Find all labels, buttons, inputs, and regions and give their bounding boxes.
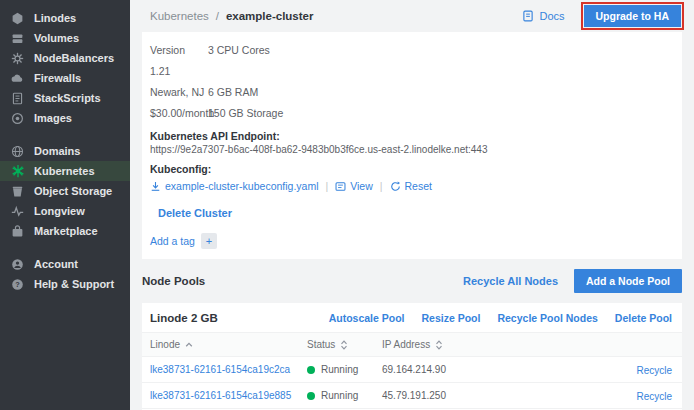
sidebar-item-label: Firewalls [34, 72, 81, 84]
status-running-icon [307, 366, 315, 374]
status-running-icon [307, 392, 315, 400]
kubeconfig-view-link[interactable]: View [335, 178, 373, 194]
reset-link-label: Reset [405, 178, 432, 194]
sidebar-item-account[interactable]: Account [0, 254, 130, 274]
delete-cluster-button[interactable]: Delete Cluster [158, 207, 232, 219]
status-badge: Running [321, 390, 358, 401]
sidebar-item-label: Volumes [34, 32, 79, 44]
sidebar-item-label: Help & Support [34, 278, 114, 290]
status-badge: Running [321, 364, 358, 375]
ip-column-sort[interactable]: IP Address [382, 339, 443, 350]
view-link-label: View [350, 178, 373, 194]
recycle-pool-nodes-link[interactable]: Recycle Pool Nodes [497, 312, 597, 324]
sidebar-item-label: Linodes [34, 12, 76, 24]
cluster-storage: 150 GB Storage [208, 103, 283, 124]
download-icon [150, 181, 161, 192]
add-node-pool-button[interactable]: Add a Node Pool [574, 269, 682, 293]
breadcrumb-current-page: example-cluster [226, 10, 314, 22]
svg-text:?: ? [15, 280, 20, 289]
node-link[interactable]: lke38731-62161-6154ca19e885 [150, 390, 291, 401]
sidebar-item-label: Account [34, 258, 78, 270]
pool-actions: Autoscale Pool Resize Pool Recycle Pool … [312, 312, 672, 324]
linode-column-label: Linode [150, 339, 180, 350]
node-link[interactable]: lke38731-62161-6154ca19c2ca [150, 364, 290, 375]
images-icon [10, 111, 25, 126]
table-row: lke38731-62161-6154ca19c2ca Running 69.1… [142, 357, 682, 383]
breadcrumb-separator: / [216, 10, 219, 22]
kubeconfig-reset-link[interactable]: Reset [390, 178, 432, 194]
kubeconfig-download-link[interactable]: example-cluster-kubeconfig.yaml [150, 178, 318, 194]
reset-icon [390, 181, 401, 192]
account-icon [10, 257, 25, 272]
longview-icon [10, 204, 25, 219]
stackscripts-icon [10, 91, 25, 106]
sidebar-item-label: Domains [34, 145, 80, 157]
sidebar-item-firewalls[interactable]: Firewalls [0, 68, 130, 88]
pool-card-header: Linode 2 GB Autoscale Pool Resize Pool R… [142, 303, 682, 332]
sidebar-item-linodes[interactable]: Linodes [0, 8, 130, 28]
node-ip: 45.79.191.250 [382, 390, 446, 401]
spec-row: Newark, NJ 6 GB RAM [150, 82, 674, 103]
node-ip: 69.164.214.90 [382, 364, 446, 375]
cluster-summary-card: Version 1.21 3 CPU Cores Newark, NJ 6 GB… [142, 32, 682, 259]
docs-link[interactable]: Docs [522, 10, 564, 22]
divider: | [380, 178, 383, 194]
object-storage-icon [10, 184, 25, 199]
cluster-price: $30.00/month [150, 103, 208, 124]
nodes-table-header: Linode Status [142, 332, 682, 357]
recycle-node-link[interactable]: Recycle [636, 365, 672, 376]
sort-ascending-icon [185, 342, 193, 348]
pool-name: Linode 2 GB [150, 312, 218, 324]
sidebar-item-nodebalancers[interactable]: NodeBalancers [0, 48, 130, 68]
sidebar-nav: Linodes Volumes NodeBalancers Firewalls [0, 0, 130, 410]
linode-cloud-manager-window: Linodes Volumes NodeBalancers Firewalls [0, 0, 694, 410]
add-tag-row: Add a tag + [150, 233, 674, 249]
sidebar-item-label: Kubernetes [34, 165, 95, 177]
breadcrumb: Kubernetes / example-cluster [150, 10, 313, 22]
sidebar-item-images[interactable]: Images [0, 108, 130, 128]
linodes-icon [10, 11, 25, 26]
sidebar-item-help-support[interactable]: ? Help & Support [0, 274, 130, 294]
table-row: lke38731-62161-6154ca19e885 Running 45.7… [142, 383, 682, 409]
docs-icon [522, 10, 534, 22]
delete-pool-link[interactable]: Delete Pool [615, 312, 672, 324]
kubeconfig-file-name: example-cluster-kubeconfig.yaml [165, 178, 318, 194]
node-pool-card: Linode 2 GB Autoscale Pool Resize Pool R… [142, 303, 682, 410]
cluster-cpu: 3 CPU Cores [208, 40, 270, 82]
node-pools-title: Node Pools [142, 275, 205, 287]
divider: | [325, 178, 328, 194]
kubernetes-icon [10, 164, 25, 179]
add-tag-link[interactable]: Add a tag [150, 235, 195, 247]
kubeconfig-label: Kubeconfig: [150, 162, 674, 176]
recycle-node-link[interactable]: Recycle [636, 391, 672, 402]
breadcrumb-section-link[interactable]: Kubernetes [150, 10, 209, 22]
annotation-highlight-box: Upgrade to HA [581, 2, 685, 30]
sidebar-section-divider [0, 241, 130, 254]
linode-column-sort[interactable]: Linode [150, 339, 193, 350]
volumes-icon [10, 31, 25, 46]
sidebar-item-domains[interactable]: Domains [0, 141, 130, 161]
status-column-sort[interactable]: Status [307, 339, 348, 350]
node-pools-header: Node Pools Recycle All Nodes Add a Node … [142, 259, 682, 303]
sidebar-item-label: NodeBalancers [34, 52, 114, 64]
help-icon: ? [10, 277, 25, 292]
sidebar-item-stackscripts[interactable]: StackScripts [0, 88, 130, 108]
sidebar-item-kubernetes[interactable]: Kubernetes [0, 161, 130, 181]
sidebar-item-marketplace[interactable]: Marketplace [0, 221, 130, 241]
add-tag-plus-button[interactable]: + [201, 233, 217, 249]
sidebar-item-longview[interactable]: Longview [0, 201, 130, 221]
api-endpoint-label: Kubernetes API Endpoint: [150, 129, 674, 143]
cluster-ram: 6 GB RAM [208, 82, 258, 103]
cluster-region: Newark, NJ [150, 82, 208, 103]
status-column-label: Status [307, 339, 335, 350]
upgrade-to-ha-button[interactable]: Upgrade to HA [584, 5, 682, 27]
resize-pool-link[interactable]: Resize Pool [422, 312, 481, 324]
spec-row: Version 1.21 3 CPU Cores [150, 40, 674, 82]
sidebar-item-volumes[interactable]: Volumes [0, 28, 130, 48]
marketplace-icon [10, 224, 25, 239]
recycle-all-nodes-link[interactable]: Recycle All Nodes [463, 275, 558, 287]
autoscale-pool-link[interactable]: Autoscale Pool [329, 312, 405, 324]
ip-column-label: IP Address [382, 339, 430, 350]
sidebar-item-label: Images [34, 112, 72, 124]
sidebar-item-object-storage[interactable]: Object Storage [0, 181, 130, 201]
